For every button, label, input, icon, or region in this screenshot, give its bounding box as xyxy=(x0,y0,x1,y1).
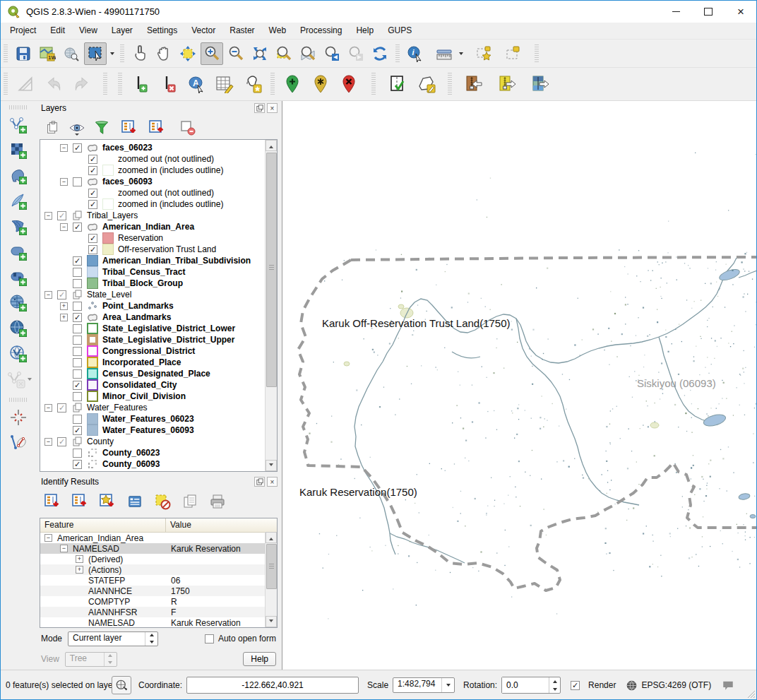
symbol-checkbox[interactable] xyxy=(88,234,97,243)
render-checkbox[interactable] xyxy=(571,681,580,690)
add-mssql-layer-button[interactable] xyxy=(7,215,30,238)
group-checkbox[interactable] xyxy=(57,437,66,446)
undo-button[interactable] xyxy=(40,71,67,97)
new-bookmark-button[interactable] xyxy=(472,42,495,65)
import-zip-button[interactable] xyxy=(460,71,487,97)
add-group-button[interactable] xyxy=(42,117,63,138)
layer-checkbox[interactable] xyxy=(73,347,82,356)
close-panel-button[interactable]: × xyxy=(267,103,278,113)
print-response-button[interactable] xyxy=(207,491,228,512)
zoom-out-button[interactable] xyxy=(225,42,247,65)
select-tool-dropdown[interactable] xyxy=(107,43,117,64)
layer-row[interactable]: Water_Features_06093 xyxy=(40,425,277,436)
spin-up-button[interactable] xyxy=(549,677,561,685)
expand-all-button[interactable] xyxy=(119,117,140,138)
column-feature[interactable]: Feature xyxy=(40,518,166,532)
add-linear-feature-button[interactable] xyxy=(126,71,153,97)
expander-icon[interactable] xyxy=(44,534,52,542)
layer-row[interactable]: Point_Landmarks xyxy=(40,300,277,312)
select-region-button[interactable] xyxy=(84,42,107,65)
group-checkbox[interactable] xyxy=(57,211,66,220)
column-value[interactable]: Value xyxy=(166,518,191,532)
copy-feature-button[interactable] xyxy=(179,491,201,512)
symbol-checkbox[interactable] xyxy=(88,245,97,254)
view-combo[interactable]: Tree xyxy=(65,652,117,667)
layer-row[interactable]: State_Legislative_District_Upper xyxy=(40,334,277,345)
redo-button[interactable] xyxy=(68,71,95,97)
zoom-to-layer-button[interactable] xyxy=(297,42,319,65)
layers-tree[interactable]: faces_06023 zoomed out (not outlined) zo… xyxy=(40,139,278,472)
pan-to-selection-button[interactable] xyxy=(177,42,199,65)
layer-checkbox[interactable] xyxy=(73,279,82,288)
identify-features-button[interactable] xyxy=(404,42,427,65)
layer-checkbox[interactable] xyxy=(73,415,82,424)
menu-layer[interactable]: Layer xyxy=(105,23,140,39)
coordinate-input[interactable] xyxy=(186,677,359,694)
layer-row[interactable]: Minor_Civil_Division xyxy=(40,391,277,402)
layer-row[interactable]: Tribal_Census_Tract xyxy=(40,266,277,278)
scroll-down-button[interactable] xyxy=(266,460,277,471)
table-row[interactable]: NAMELSADKaruk Reservation xyxy=(40,543,277,554)
layer-checkbox[interactable] xyxy=(73,449,82,458)
visibility-group[interactable] xyxy=(68,119,85,136)
symbol-checkbox[interactable] xyxy=(88,155,97,164)
spin-down-button[interactable] xyxy=(549,685,561,693)
expander-icon[interactable] xyxy=(60,545,68,552)
expander-icon[interactable] xyxy=(76,555,83,563)
layer-checkbox[interactable] xyxy=(73,324,82,333)
expander-icon[interactable] xyxy=(60,144,68,152)
touch-zoom-button[interactable] xyxy=(129,42,151,65)
layer-row[interactable]: American_Indian_Tribal_Subdivision xyxy=(40,255,277,266)
float-panel-button[interactable] xyxy=(254,103,265,113)
identify-results-table[interactable]: Feature Value American_Indian_Area NAMEL… xyxy=(40,518,278,628)
zoom-to-selection-button[interactable] xyxy=(273,42,295,65)
menu-raster[interactable]: Raster xyxy=(222,23,261,39)
symbol-row[interactable]: zoomed out (not outlined) xyxy=(40,153,277,165)
identify-scrollbar[interactable] xyxy=(265,532,277,627)
cad-tools-button[interactable] xyxy=(12,71,39,97)
table-row[interactable]: American_Indian_Area xyxy=(40,533,277,543)
help-button[interactable]: Help xyxy=(243,652,276,666)
zoom-in-button[interactable] xyxy=(201,42,223,65)
close-button[interactable]: × xyxy=(725,0,757,23)
expander-icon[interactable] xyxy=(44,212,52,220)
add-raster-layer-button[interactable] xyxy=(7,139,30,162)
scroll-up-button[interactable] xyxy=(266,140,277,151)
close-panel-button[interactable]: × xyxy=(267,477,278,487)
table-row[interactable]: NAMELSADKaruk Reservation xyxy=(40,617,277,628)
add-wcs-layer-button[interactable] xyxy=(7,317,30,340)
layer-checkbox[interactable] xyxy=(73,143,82,153)
layer-checkbox[interactable] xyxy=(73,426,82,435)
group-row[interactable]: State_Level xyxy=(40,289,277,300)
layer-row[interactable]: Incorporated_Place xyxy=(40,357,277,368)
menu-project[interactable]: Project xyxy=(3,23,43,39)
geography-edit-button[interactable] xyxy=(239,71,266,97)
menu-view[interactable]: View xyxy=(72,23,105,39)
export-zip-button[interactable] xyxy=(493,71,520,97)
expander-icon[interactable] xyxy=(44,291,52,299)
zoom-last-button[interactable] xyxy=(321,42,343,65)
refresh-button[interactable] xyxy=(369,42,391,65)
expander-icon[interactable] xyxy=(44,404,52,412)
form-view-button[interactable] xyxy=(124,491,145,512)
layer-row[interactable]: Congressional_District xyxy=(40,345,277,357)
table-row[interactable]: (Derived) xyxy=(40,554,277,564)
expander-icon[interactable] xyxy=(44,438,52,446)
symbol-checkbox[interactable] xyxy=(88,189,97,198)
log-messages-icon[interactable] xyxy=(721,679,735,692)
topology-checker-button[interactable] xyxy=(7,432,30,454)
scroll-thumb[interactable] xyxy=(266,153,277,387)
table-row[interactable]: (Actions) xyxy=(40,564,277,575)
new-shapefile-button[interactable] xyxy=(5,368,28,391)
table-row[interactable]: AIANNHFSRF xyxy=(40,607,277,617)
validate-edits-button[interactable] xyxy=(385,71,412,97)
edit-area-feature-button[interactable] xyxy=(413,71,440,97)
layer-checkbox[interactable] xyxy=(73,302,82,311)
symbol-row[interactable]: zoomed in (includes outline) xyxy=(40,165,277,176)
add-wms-layer-button[interactable] xyxy=(7,292,30,314)
zoom-full-button[interactable] xyxy=(249,42,271,65)
menu-vector[interactable]: Vector xyxy=(184,23,222,39)
menu-edit[interactable]: Edit xyxy=(43,23,72,39)
group-checkbox[interactable] xyxy=(57,290,66,299)
map-canvas[interactable]: Karuk Off-Reservation Trust Land(1750) S… xyxy=(282,101,757,670)
